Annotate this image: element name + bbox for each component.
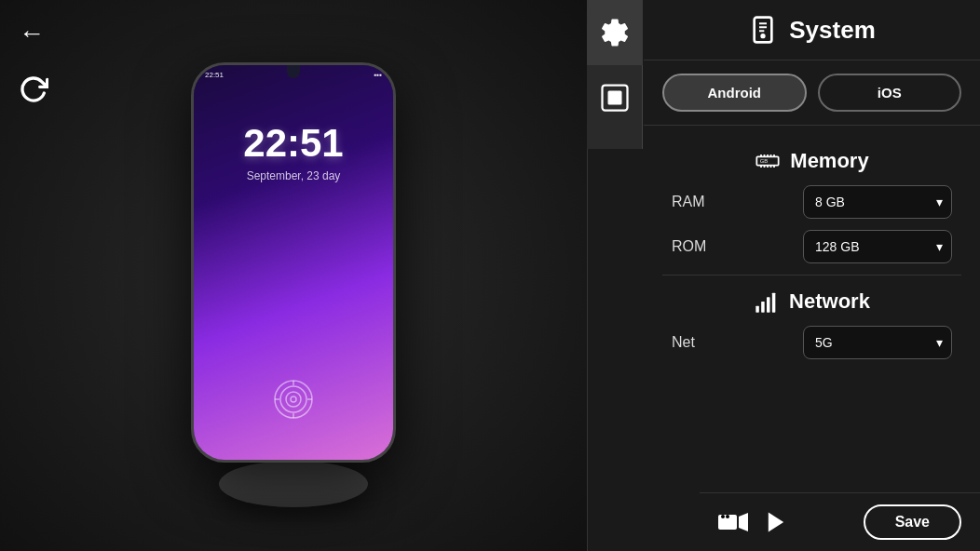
android-tab-label: Android (708, 85, 762, 101)
svg-text:GB: GB (760, 158, 769, 164)
refresh-button[interactable] (19, 74, 48, 104)
back-arrow-icon: ← (19, 19, 45, 48)
phone-screen: 22:51 September, 23 day (194, 65, 393, 460)
svg-point-22 (726, 515, 729, 518)
phone-body: 22:51 ▪▪▪ 22:51 September, 23 day (191, 62, 396, 463)
play-button[interactable] (763, 509, 789, 535)
svg-rect-16 (761, 302, 765, 313)
android-tab[interactable]: Android (662, 74, 807, 112)
content-area: GB Memory RAM 2 GB 3 GB 4 GB 6 GB 8 GB 1… (644, 126, 980, 492)
ios-tab-label: iOS (878, 85, 902, 101)
phone-status-time: 22:51 (205, 71, 224, 79)
phone-mockup: 22:51 ▪▪▪ 22:51 September, 23 day (191, 62, 396, 507)
memory-icon: GB (755, 148, 781, 174)
sidebar-settings-button[interactable] (587, 0, 643, 65)
ram-field-row: RAM 2 GB 3 GB 4 GB 6 GB 8 GB 12 GB 16 GB (662, 185, 961, 219)
phone-date: September, 23 day (247, 169, 341, 182)
rom-select-wrapper: 16 GB 32 GB 64 GB 128 GB 256 GB 512 GB (803, 230, 952, 263)
network-icon (754, 289, 780, 315)
fingerprint-icon (270, 376, 317, 423)
svg-rect-18 (772, 293, 776, 313)
ram-select-wrapper: 2 GB 3 GB 4 GB 6 GB 8 GB 12 GB 16 GB (803, 185, 952, 219)
phone-stand (219, 461, 368, 507)
page-header: System (644, 0, 980, 60)
svg-point-12 (762, 34, 765, 37)
phone-signal-icons: ▪▪▪ (374, 71, 382, 79)
ios-tab[interactable]: iOS (818, 74, 962, 112)
video-camera-icon (718, 509, 748, 535)
svg-rect-17 (767, 297, 770, 312)
sidebar-icons (587, 0, 643, 149)
rom-select[interactable]: 16 GB 32 GB 64 GB 128 GB 256 GB 512 GB (803, 230, 952, 263)
page-title: System (789, 16, 876, 45)
media-controls (718, 509, 789, 535)
network-title: Network (789, 289, 870, 314)
net-select-wrapper: 2G 3G 4G 5G (803, 326, 952, 359)
right-panel: System Android iOS GB Memory (587, 0, 980, 551)
video-record-button[interactable] (718, 509, 748, 535)
back-button[interactable]: ← (19, 19, 45, 48)
net-select[interactable]: 2G 3G 4G 5G (803, 326, 952, 359)
net-label: Net (672, 334, 695, 351)
ram-label: RAM (672, 194, 705, 210)
save-label: Save (895, 514, 930, 530)
settings-gear-icon (598, 16, 632, 49)
os-tab-group: Android iOS (644, 60, 980, 126)
memory-section-header: GB Memory (662, 148, 961, 174)
memory-title: Memory (790, 149, 868, 173)
chip-icon (598, 81, 632, 114)
svg-rect-15 (755, 306, 759, 313)
save-button[interactable]: Save (864, 504, 961, 540)
svg-point-1 (280, 386, 306, 412)
refresh-icon (19, 74, 48, 104)
svg-point-3 (291, 396, 296, 402)
play-icon (763, 509, 789, 535)
rom-field-row: ROM 16 GB 32 GB 64 GB 128 GB 256 GB 512 … (662, 230, 961, 263)
section-divider (662, 275, 961, 276)
svg-point-21 (721, 515, 725, 518)
net-field-row: Net 2G 3G 4G 5G (662, 326, 961, 359)
sidebar-chip-button[interactable] (587, 65, 643, 130)
phone-time: 22:51 (243, 121, 343, 166)
bottom-bar: Save (700, 492, 980, 551)
svg-marker-20 (739, 513, 748, 531)
network-section-header: Network (662, 289, 961, 315)
left-panel: ← 22:51 ▪▪▪ 22:51 September, 23 day (0, 0, 587, 551)
svg-rect-9 (608, 91, 622, 105)
phone-notch (287, 65, 300, 78)
right-content: System Android iOS GB Memory (644, 0, 980, 551)
system-icon (748, 15, 778, 45)
rom-label: ROM (672, 238, 706, 255)
ram-select[interactable]: 2 GB 3 GB 4 GB 6 GB 8 GB 12 GB 16 GB (803, 185, 952, 219)
svg-marker-23 (769, 513, 783, 532)
svg-point-2 (286, 392, 301, 407)
svg-rect-11 (755, 18, 772, 43)
